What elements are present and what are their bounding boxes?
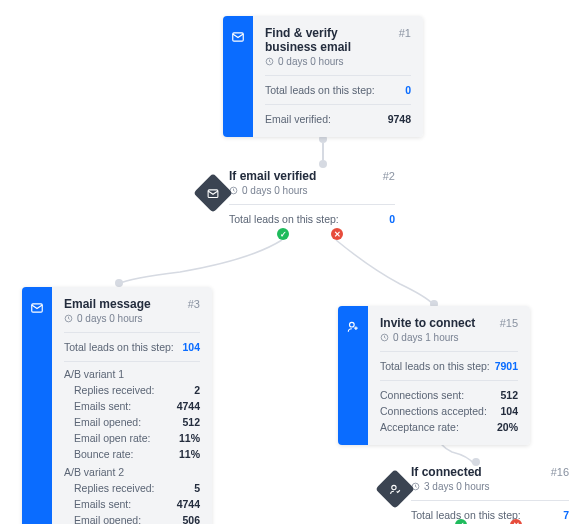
- metric-value: 7: [563, 509, 569, 521]
- connector-dot: [319, 160, 327, 168]
- mail-icon: [30, 301, 44, 315]
- metric-value: 512: [500, 389, 518, 401]
- node-if-connected[interactable]: If connected #16 3 days 0 hours Total le…: [383, 465, 569, 523]
- node-title: Email message: [64, 297, 151, 311]
- step-number: #16: [551, 466, 569, 478]
- delay-text: 0 days 0 hours: [242, 185, 308, 196]
- user-plus-icon: [346, 320, 360, 334]
- node-if-email-verified[interactable]: If email verified #2 0 days 0 hours Tota…: [201, 169, 395, 227]
- mail-icon: [231, 30, 245, 44]
- step-number: #3: [188, 298, 200, 310]
- branch-false-badge: ✕: [510, 519, 522, 524]
- metric-label: Email opened:: [74, 416, 141, 428]
- metric-label: Email open rate:: [74, 432, 150, 444]
- variant-label: A/B variant 1: [64, 368, 200, 380]
- svg-point-8: [392, 485, 396, 489]
- metric-label: Emails sent:: [74, 400, 131, 412]
- metric-value: 4744: [177, 400, 200, 412]
- metric-value: 2: [194, 384, 200, 396]
- svg-rect-2: [208, 189, 218, 197]
- metric-value: 506: [182, 514, 200, 524]
- step-number: #15: [500, 317, 518, 329]
- clock-icon: [265, 57, 274, 66]
- node-diamond: [375, 469, 415, 509]
- metric-value: 11%: [179, 432, 200, 444]
- metric-value: 0: [405, 84, 411, 96]
- metric-value: 7901: [495, 360, 518, 372]
- metric-label: Email opened:: [74, 514, 141, 524]
- metric-label: Total leads on this step:: [229, 213, 339, 225]
- clock-icon: [64, 314, 73, 323]
- metric-value: 9748: [388, 113, 411, 125]
- branch-true-badge: ✓: [455, 519, 467, 524]
- variant-label: A/B variant 2: [64, 466, 200, 478]
- metric-value: 0: [389, 213, 395, 225]
- clock-icon: [380, 333, 389, 342]
- metric-value: 4744: [177, 498, 200, 510]
- delay-text: 0 days 1 hours: [393, 332, 459, 343]
- metric-value: 11%: [179, 448, 200, 460]
- node-body: Invite to connect #15 0 days 1 hours Tot…: [368, 306, 530, 445]
- branch-true-badge: ✓: [277, 228, 289, 240]
- metric-value: 512: [182, 416, 200, 428]
- metric-label: Total leads on this step:: [64, 341, 174, 353]
- delay-text: 0 days 0 hours: [77, 313, 143, 324]
- metric-label: Replies received:: [74, 384, 155, 396]
- metric-label: Email verified:: [265, 113, 331, 125]
- metric-label: Total leads on this step:: [411, 509, 521, 521]
- node-title: Find & verify business email: [265, 26, 391, 54]
- node-sidebar: [223, 16, 253, 137]
- node-body: Find & verify business email #1 0 days 0…: [253, 16, 423, 137]
- metric-label: Total leads on this step:: [265, 84, 375, 96]
- node-title: If connected: [411, 465, 482, 479]
- node-diamond: [193, 173, 233, 213]
- metric-value: 5: [194, 482, 200, 494]
- mail-icon: [207, 187, 220, 200]
- step-number: #2: [383, 170, 395, 182]
- metric-label: Acceptance rate:: [380, 421, 459, 433]
- delay-text: 0 days 0 hours: [278, 56, 344, 67]
- metric-label: Emails sent:: [74, 498, 131, 510]
- node-title: If email verified: [229, 169, 316, 183]
- metric-label: Total leads on this step:: [380, 360, 490, 372]
- metric-value: 104: [182, 341, 200, 353]
- metric-label: Connections accepted:: [380, 405, 487, 417]
- connector-line: [322, 143, 324, 161]
- node-email-message[interactable]: Email message #3 0 days 0 hours Total le…: [22, 287, 212, 524]
- branch-false-badge: ✕: [331, 228, 343, 240]
- metric-label: Replies received:: [74, 482, 155, 494]
- svg-point-6: [350, 322, 355, 327]
- node-title: Invite to connect: [380, 316, 475, 330]
- metric-value: 104: [500, 405, 518, 417]
- user-check-icon: [389, 483, 402, 496]
- node-sidebar: [22, 287, 52, 524]
- node-find-verify-email[interactable]: Find & verify business email #1 0 days 0…: [223, 16, 423, 137]
- step-number: #1: [399, 27, 411, 39]
- node-sidebar: [338, 306, 368, 445]
- node-invite-to-connect[interactable]: Invite to connect #15 0 days 1 hours Tot…: [338, 306, 530, 445]
- metric-value: 20%: [497, 421, 518, 433]
- metric-label: Connections sent:: [380, 389, 464, 401]
- delay-text: 3 days 0 hours: [424, 481, 490, 492]
- node-body: Email message #3 0 days 0 hours Total le…: [52, 287, 212, 524]
- metric-label: Bounce rate:: [74, 448, 134, 460]
